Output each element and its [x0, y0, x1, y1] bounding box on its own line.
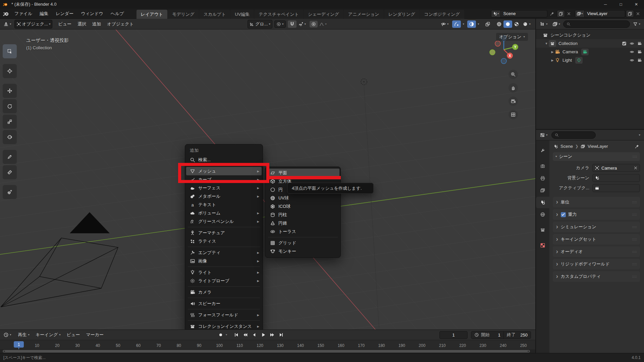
add-menu-item-14[interactable]: カメラ	[185, 288, 263, 296]
outliner-row-Collection[interactable]: ▼ Collection	[536, 39, 644, 48]
add-menu-item-15[interactable]: スピーカー	[185, 299, 263, 308]
orientation-selector[interactable]: グロ...▾	[248, 20, 272, 28]
viewlayer-selector[interactable]: ▾ ViewLayer	[575, 10, 625, 17]
outliner-row-Light[interactable]: ▶ Light	[536, 56, 644, 64]
panel-0[interactable]: ❯単位::::	[553, 197, 640, 207]
workspace-tab-5[interactable]: シェーディング	[304, 10, 343, 19]
outliner-row-Camera[interactable]: ▶ Camera	[536, 48, 644, 56]
properties-tab-output[interactable]	[536, 173, 549, 184]
property-field-1[interactable]	[592, 174, 640, 182]
menu-1[interactable]: 編集	[36, 9, 52, 18]
add-menu-item-17[interactable]: コレクションインスタンス▸	[185, 322, 263, 329]
gizmos-dropdown[interactable]: ▾	[461, 21, 466, 27]
add-menu-item-3[interactable]: サーフェス▸	[185, 184, 263, 192]
viewport-menu-3[interactable]: オブジェクト	[104, 20, 137, 28]
property-field-2[interactable]	[592, 184, 640, 192]
delete-scene-button[interactable]	[565, 10, 573, 17]
hide-eye-icon[interactable]	[630, 50, 634, 54]
breadcrumb-scene[interactable]: Scene	[560, 144, 573, 149]
options-dropdown[interactable]: オプション▾	[496, 33, 528, 41]
workspace-tab-2[interactable]: スカルプト	[199, 10, 230, 19]
zoom-button[interactable]	[508, 70, 518, 79]
hide-eye-icon[interactable]	[630, 41, 634, 46]
proportional-edit-toggle[interactable]	[310, 21, 318, 27]
panel-1[interactable]: ❯重力::::	[553, 209, 640, 220]
disclosure-icon[interactable]: ▶	[550, 50, 555, 54]
pan-button[interactable]	[508, 83, 518, 93]
panel-3[interactable]: ❯キーイングセット::::	[553, 234, 640, 245]
pin-scene-button[interactable]	[548, 10, 556, 17]
add-menu-item-10[interactable]: エンプティ▸	[185, 248, 263, 257]
disable-render-icon[interactable]	[637, 50, 642, 54]
outliner-search-input[interactable]	[563, 20, 630, 28]
prev-key-button[interactable]	[241, 331, 249, 339]
mesh-menu-item-9[interactable]: モンキー	[265, 247, 340, 255]
add-menu-item-8[interactable]: アーマチュア	[185, 229, 263, 237]
workspace-tab-6[interactable]: アニメーション	[344, 10, 384, 19]
properties-editor-type-button[interactable]: ▾	[538, 131, 549, 139]
jump-end-button[interactable]	[277, 331, 285, 339]
close-button[interactable]: ✕	[629, 0, 644, 9]
timeline-scrollbar-thumb[interactable]	[3, 350, 530, 353]
workspace-tab-1[interactable]: モデリング	[168, 10, 199, 19]
camera-view-button[interactable]	[508, 97, 518, 106]
mesh-menu-item-8[interactable]: グリッド	[265, 239, 340, 247]
tool-transform-button[interactable]	[3, 130, 17, 144]
disclosure-icon[interactable]: ▼	[544, 42, 549, 45]
playhead[interactable]: 1	[14, 341, 24, 348]
tool-move-button[interactable]	[3, 84, 17, 98]
workspace-tab-7[interactable]: レンダリング	[384, 10, 420, 19]
properties-tab-collection[interactable]	[536, 224, 549, 236]
properties-tab-scene[interactable]	[536, 197, 549, 208]
scene-selector[interactable]: ▾ Scene	[491, 10, 547, 17]
add-menu-item-6[interactable]: ボリューム▸	[185, 209, 263, 217]
viewport-menu-1[interactable]: 選択	[74, 20, 89, 28]
tool-cursor-button[interactable]	[3, 64, 17, 78]
outliner-filter-button[interactable]: ▾	[631, 21, 642, 27]
mode-selector[interactable]: オブジェク...▾	[14, 20, 53, 28]
auto-keying-toggle[interactable]	[217, 331, 225, 339]
tool-scale-button[interactable]	[3, 115, 17, 129]
overlays-dropdown[interactable]: ▾	[476, 21, 481, 27]
outliner-row-シーンコレクション[interactable]: シーンコレクション	[536, 31, 644, 39]
workspace-tab-4[interactable]: テクスチャペイント	[254, 10, 303, 19]
tool-addcube-button[interactable]	[3, 185, 17, 199]
pin-icon[interactable]	[635, 144, 639, 149]
selectable-checkbox[interactable]	[622, 41, 627, 46]
menu-0[interactable]: ファイル	[11, 9, 36, 18]
clear-icon[interactable]	[634, 166, 638, 170]
outliner-display-mode-button[interactable]: ▾	[551, 20, 562, 28]
menu-2[interactable]: レンダー	[52, 9, 77, 18]
snap-toggle[interactable]	[288, 20, 297, 28]
properties-options-button[interactable]: ▾	[637, 132, 642, 138]
start-frame-field[interactable]: 開始1	[471, 331, 503, 339]
add-menu-item-11[interactable]: 画像▸	[185, 257, 263, 265]
proportional-falloff-selector[interactable]: ▾	[318, 21, 328, 27]
prev-frame-button[interactable]	[250, 331, 258, 339]
shading-rendered-button[interactable]: ▾	[521, 20, 532, 28]
workspace-tab-8[interactable]: コンポジティング	[420, 10, 464, 19]
disable-render-icon[interactable]	[637, 41, 642, 46]
property-field-0[interactable]: Camera	[592, 164, 640, 172]
workspace-tab-3[interactable]: UV編集	[230, 10, 254, 19]
panel-5[interactable]: ❯リジッドボディワールド::::	[553, 259, 640, 269]
viewport-3d[interactable]: ▾ オブジェク...▾ ビュー選択追加オブジェクト グロ...▾ ▾ ▾ ▾ ▾…	[0, 19, 535, 329]
add-menu-item-5[interactable]: aテキスト	[185, 200, 263, 209]
add-menu-item-13[interactable]: ライトプローブ▸	[185, 277, 263, 285]
viewport-menu-0[interactable]: ビュー	[55, 20, 74, 28]
current-frame-field[interactable]: 1	[439, 331, 468, 339]
gravity-checkbox[interactable]	[561, 212, 566, 217]
overlays-toggle[interactable]	[467, 20, 476, 28]
mesh-menu-item-7[interactable]: トーラス	[265, 227, 340, 236]
panel-6[interactable]: ❯カスタムプロパティ::::	[553, 271, 640, 282]
gizmos-toggle[interactable]	[452, 20, 461, 28]
add-menu-item-7[interactable]: グリースペンシル▸	[185, 217, 263, 226]
hide-eye-icon[interactable]	[630, 58, 634, 63]
pivot-selector[interactable]: ▾	[274, 20, 286, 28]
properties-tab-viewlayer[interactable]	[536, 185, 549, 196]
properties-tab-tool[interactable]	[536, 145, 549, 157]
disable-render-icon[interactable]	[637, 58, 642, 63]
copy-viewlayer-button[interactable]	[626, 10, 634, 17]
timeline-menu-2[interactable]: ビュー	[64, 330, 83, 339]
add-menu-item-12[interactable]: ライト▸	[185, 268, 263, 277]
